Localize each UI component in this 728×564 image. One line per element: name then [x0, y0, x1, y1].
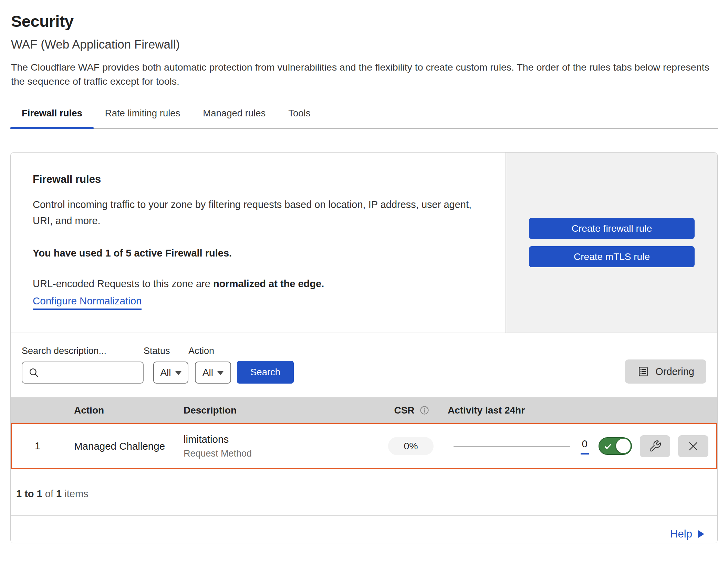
ordering-button[interactable]: Ordering: [625, 359, 706, 384]
search-field-group: Search description...: [22, 346, 144, 384]
normalization-note-bold: normalized at the edge.: [213, 278, 324, 289]
wrench-icon: [648, 440, 662, 453]
table-row: 1 Managed Challenge limitations Request …: [11, 423, 717, 469]
overview-description: Control incoming traffic to your zone by…: [33, 197, 484, 229]
action-select-value: All: [202, 367, 213, 378]
configure-normalization-link[interactable]: Configure Normalization: [33, 295, 142, 310]
tab-rate-limiting-rules[interactable]: Rate limiting rules: [94, 104, 192, 128]
pagination-total: 1: [56, 488, 62, 499]
firewall-rules-overview: Firewall rules Control incoming traffic …: [11, 153, 717, 333]
column-header-action: Action: [62, 405, 179, 416]
pagination-items: items: [62, 488, 88, 499]
delete-rule-button[interactable]: [678, 435, 708, 457]
overview-heading: Firewall rules: [33, 173, 485, 186]
status-field-group: Status All: [144, 346, 188, 384]
info-icon[interactable]: [419, 405, 430, 416]
page-description: The Cloudflare WAF provides both automat…: [11, 60, 717, 88]
chevron-down-icon: [217, 371, 223, 375]
pagination-summary: 1 to 1 of 1 items: [11, 469, 717, 500]
page-subtitle: WAF (Web Application Firewall): [11, 38, 718, 51]
rule-csr-cell: 0%: [376, 437, 445, 455]
close-icon: [687, 440, 699, 452]
rule-description: limitations: [184, 434, 376, 445]
action-select[interactable]: All: [195, 362, 231, 384]
chevron-down-icon: [175, 371, 181, 375]
activity-count-link[interactable]: 0: [581, 438, 589, 455]
rule-description-cell: limitations Request Method: [180, 434, 376, 459]
tab-tools[interactable]: Tools: [277, 104, 322, 128]
security-waf-page: Security WAF (Web Application Firewall) …: [0, 0, 728, 543]
status-select-value: All: [160, 367, 171, 378]
toggle-knob: [616, 439, 631, 453]
rule-enabled-toggle[interactable]: [599, 437, 632, 455]
pagination-of: of: [42, 488, 56, 499]
rule-priority-number: 1: [12, 440, 63, 452]
firewall-rules-card: Firewall rules Control incoming traffic …: [10, 152, 718, 543]
csr-badge: 0%: [388, 437, 433, 455]
rule-expression: Request Method: [184, 448, 376, 459]
search-field-label: Search description...: [22, 346, 144, 356]
waf-tabs: Firewall rules Rate limiting rules Manag…: [10, 104, 718, 129]
help-row: Help: [11, 515, 717, 543]
search-icon: [28, 367, 40, 380]
csr-header-label: CSR: [394, 405, 414, 416]
search-input[interactable]: [22, 362, 144, 384]
help-link-label: Help: [670, 528, 692, 540]
activity-sparkline: [454, 446, 570, 447]
rules-table-header: Action Description CSR Activity last 24h…: [11, 397, 717, 423]
rule-activity-cell: 0: [445, 438, 599, 455]
search-button[interactable]: Search: [237, 361, 294, 384]
rule-action-value: Managed Challenge: [63, 440, 180, 452]
column-header-activity: Activity last 24hr: [446, 405, 600, 416]
action-field-group: Action All: [188, 346, 231, 384]
overview-actions-panel: Create firewall rule Create mTLS rule: [506, 153, 717, 333]
create-mtls-rule-button[interactable]: Create mTLS rule: [529, 246, 695, 267]
rule-controls-cell: [599, 435, 716, 457]
arrow-right-icon: [698, 530, 704, 538]
tab-firewall-rules[interactable]: Firewall rules: [10, 104, 94, 128]
search-box: [22, 362, 144, 384]
create-firewall-rule-button[interactable]: Create firewall rule: [529, 218, 695, 239]
status-select[interactable]: All: [153, 362, 188, 384]
action-field-label: Action: [188, 346, 231, 356]
overview-text-column: Firewall rules Control incoming traffic …: [11, 153, 506, 333]
help-link[interactable]: Help: [670, 528, 704, 540]
edit-rule-button[interactable]: [640, 435, 670, 457]
page-title: Security: [11, 12, 718, 31]
status-field-label: Status: [144, 346, 188, 356]
check-icon: [604, 442, 612, 452]
usage-summary: You have used 1 of 5 active Firewall rul…: [33, 248, 485, 259]
rules-filter-bar: Search description... Status All: [11, 333, 717, 397]
tab-managed-rules[interactable]: Managed rules: [191, 104, 277, 128]
column-header-csr: CSR: [377, 405, 446, 416]
normalization-note: URL-encoded Requests to this zone are no…: [33, 278, 485, 290]
pagination-range: 1 to 1: [16, 488, 42, 499]
column-header-description: Description: [179, 405, 377, 416]
ordering-button-label: Ordering: [655, 366, 694, 377]
list-ordering-icon: [637, 365, 649, 378]
normalization-note-text: URL-encoded Requests to this zone are: [33, 278, 213, 289]
